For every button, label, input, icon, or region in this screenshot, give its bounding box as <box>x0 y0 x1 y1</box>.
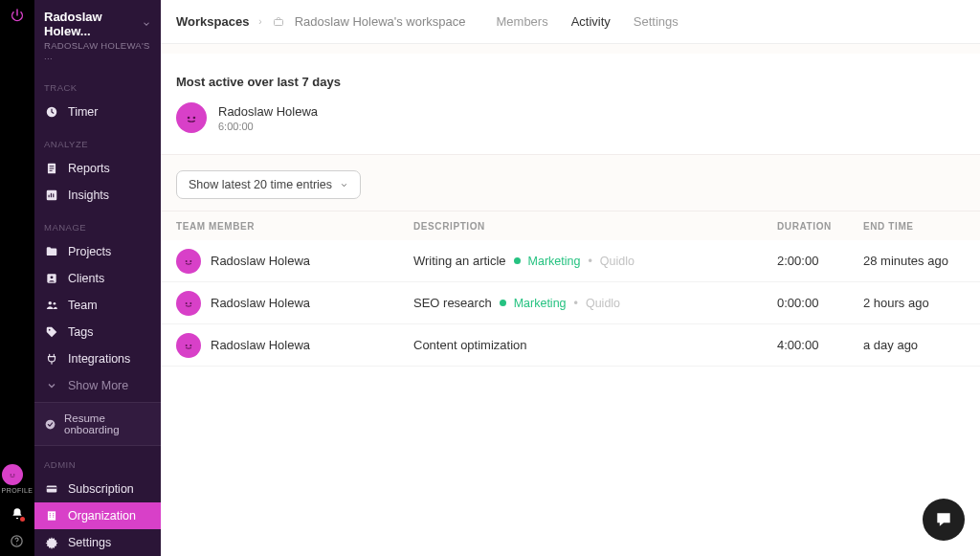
entry-description: Writing an article <box>413 254 506 268</box>
chevron-down-icon <box>44 380 58 391</box>
table-header: TEAM MEMBER DESCRIPTION DURATION END TIM… <box>161 211 980 240</box>
col-header-dur: DURATION <box>777 221 863 232</box>
workspace-switcher[interactable]: Radoslaw Holew... RADOSLAW HOLEWA'S ... <box>34 0 161 69</box>
svg-point-26 <box>189 345 191 346</box>
section-title-manage: MANAGE <box>34 209 161 238</box>
sidebar-item-timer[interactable]: Timer <box>34 99 161 125</box>
project-dot: • <box>574 297 578 310</box>
sidebar-item-reports[interactable]: Reports <box>34 155 161 182</box>
col-header-member: TEAM MEMBER <box>176 221 413 232</box>
avatar <box>176 333 201 358</box>
sidebar-item-show-more[interactable]: Show More <box>34 372 161 399</box>
svg-point-24 <box>189 302 191 304</box>
entries-filter-button[interactable]: Show latest 20 time entries <box>176 170 361 199</box>
svg-point-0 <box>7 470 17 480</box>
svg-point-25 <box>186 345 188 346</box>
breadcrumb-bar: Workspaces › Radoslaw Holewa's workspace… <box>161 0 980 44</box>
chart-icon <box>44 189 58 202</box>
project-text: Quidlo <box>586 297 620 310</box>
svg-point-12 <box>48 329 50 331</box>
section-title: Most active over last 7 days <box>161 54 980 102</box>
sidebar-item-label: Reports <box>68 162 110 175</box>
entry-duration: 0:00:00 <box>777 296 863 310</box>
sidebar-item-insights[interactable]: Insights <box>34 182 161 209</box>
table-row[interactable]: Radoslaw Holewa Writing an article Marke… <box>161 240 980 282</box>
section-title-track: TRACK <box>34 69 161 99</box>
entry-duration: 2:00:00 <box>777 254 863 268</box>
project-text: Quidlo <box>600 255 635 268</box>
sidebar-item-label: Projects <box>68 245 111 258</box>
top-user-duration: 6:00:00 <box>218 121 318 132</box>
svg-point-9 <box>50 276 53 278</box>
sidebar-item-clients[interactable]: Clients <box>34 265 161 292</box>
plug-icon <box>44 352 58 366</box>
team-icon <box>44 299 58 312</box>
sidebar-item-team[interactable]: Team <box>34 292 161 319</box>
resume-onboarding[interactable]: Resume onboarding <box>34 402 161 446</box>
rail-profile-label: PROFILE <box>2 487 33 494</box>
sidebar-item-label: Insights <box>68 189 109 202</box>
svg-point-4 <box>16 544 17 545</box>
power-icon[interactable] <box>10 8 25 23</box>
tag-dot <box>500 300 506 306</box>
member-name: Radoslaw Holewa <box>211 338 310 352</box>
tab-activity[interactable]: Activity <box>568 14 614 29</box>
sidebar-item-label: Organization <box>68 509 136 523</box>
sidebar-item-projects[interactable]: Projects <box>34 238 161 265</box>
col-header-desc: DESCRIPTION <box>413 221 777 232</box>
chat-button[interactable] <box>923 499 965 541</box>
folder-icon <box>44 245 58 258</box>
resume-label: Resume onboarding <box>64 412 151 435</box>
tag-text: Marketing <box>514 297 567 310</box>
tag-text: Marketing <box>528 255 581 268</box>
rail-profile[interactable]: PROFILE <box>2 464 33 494</box>
svg-point-21 <box>186 260 188 262</box>
tag-dot <box>514 257 521 264</box>
help-icon[interactable] <box>10 534 24 548</box>
tab-settings[interactable]: Settings <box>630 14 682 29</box>
table-row[interactable]: Radoslaw Holewa Content optimization 4:0… <box>161 324 980 367</box>
section-title-admin: ADMIN <box>34 446 161 476</box>
sidebar-item-label: Clients <box>68 272 104 285</box>
chevron-right-icon: › <box>258 16 261 27</box>
main-panel: Workspaces › Radoslaw Holewa's workspace… <box>161 0 980 556</box>
breadcrumb-root[interactable]: Workspaces <box>176 14 249 29</box>
svg-point-20 <box>193 117 196 120</box>
svg-rect-15 <box>46 487 56 488</box>
sidebar-item-tags[interactable]: Tags <box>34 319 161 345</box>
entry-description: SEO research <box>413 296 492 310</box>
member-name: Radoslaw Holewa <box>211 254 310 268</box>
avatar-icon <box>2 464 23 485</box>
sidebar-item-settings[interactable]: Settings <box>34 529 161 556</box>
sidebar-item-organization[interactable]: Organization <box>34 502 161 529</box>
sidebar-item-label: Timer <box>68 105 98 119</box>
sidebar-item-label: Tags <box>68 325 93 339</box>
sidebar-item-label: Integrations <box>68 352 130 366</box>
notifications-icon[interactable] <box>11 507 24 521</box>
app-rail: PROFILE <box>0 0 34 556</box>
svg-point-11 <box>53 302 56 305</box>
top-user-name: Radoslaw Holewa <box>218 104 318 119</box>
avatar <box>176 102 207 133</box>
table-row[interactable]: Radoslaw Holewa SEO research Marketing• … <box>161 282 980 324</box>
check-circle-icon <box>44 418 56 431</box>
section-title-analyze: ANALYZE <box>34 125 161 155</box>
sidebar-item-integrations[interactable]: Integrations <box>34 345 161 372</box>
sidebar-item-label: Show More <box>68 379 128 392</box>
breadcrumb-current[interactable]: Radoslaw Holewa's workspace <box>295 14 466 29</box>
client-icon <box>44 272 58 285</box>
svg-point-10 <box>48 301 52 305</box>
sidebar-item-subscription[interactable]: Subscription <box>34 476 161 502</box>
sidebar: Radoslaw Holew... RADOSLAW HOLEWA'S ... … <box>34 0 161 556</box>
chevron-down-icon <box>340 181 348 189</box>
sidebar-item-label: Settings <box>68 536 111 549</box>
svg-rect-18 <box>274 19 282 25</box>
workspace-icon <box>272 16 285 28</box>
tab-members[interactable]: Members <box>493 14 552 29</box>
svg-point-23 <box>186 302 188 304</box>
clock-icon <box>44 105 58 119</box>
entry-end-time: 28 minutes ago <box>863 254 965 268</box>
gear-icon <box>44 536 58 549</box>
filter-label: Show latest 20 time entries <box>189 178 332 191</box>
svg-point-1 <box>10 474 11 475</box>
